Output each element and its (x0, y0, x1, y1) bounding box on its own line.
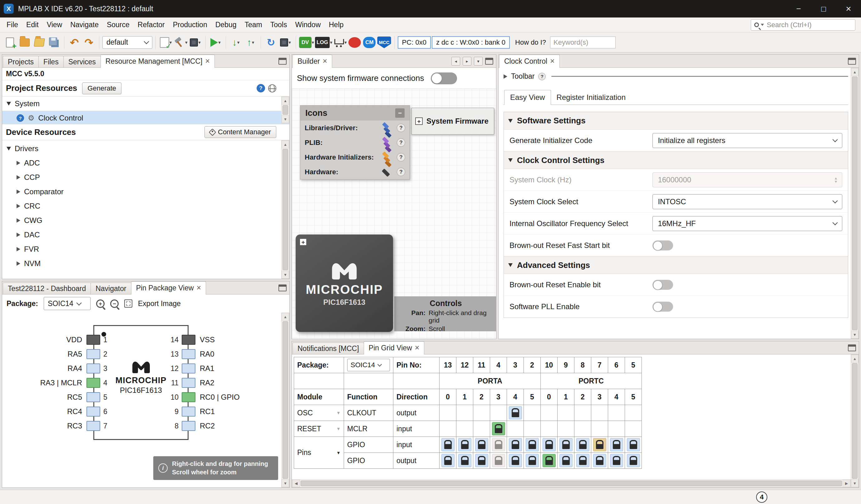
scroll-thumb[interactable] (301, 480, 842, 486)
content-manager-toolbar-button[interactable]: CM (363, 36, 376, 49)
lock-blue-icon[interactable] (543, 438, 556, 451)
lock-blue-icon[interactable] (526, 454, 539, 467)
export-image-button[interactable]: Export Image (138, 299, 181, 308)
lock-blue-icon[interactable] (475, 454, 488, 467)
chevron-down-icon[interactable] (336, 451, 341, 455)
maximize-window-icon[interactable] (485, 58, 493, 65)
package-pin-1[interactable] (86, 335, 100, 345)
pin-allocation-cell[interactable] (524, 437, 541, 453)
help-icon[interactable] (257, 84, 265, 93)
lock-tan-icon[interactable] (593, 438, 606, 451)
lock-blue-icon[interactable] (526, 438, 539, 451)
menu-refactor[interactable]: Refactor (134, 19, 169, 31)
tab-notifications[interactable]: Notifications [MCC] (292, 343, 364, 354)
lock-blue-icon[interactable] (627, 454, 640, 467)
pin-grid-vscrollbar[interactable] (851, 354, 859, 488)
float-window-icon[interactable] (278, 58, 287, 65)
lock-blue-icon[interactable] (441, 454, 454, 467)
tab-pin-package-view[interactable]: Pin Package View (131, 281, 206, 295)
software-pll-toggle[interactable] (653, 302, 673, 312)
tab-register-initialization[interactable]: Register Initialization (551, 90, 631, 105)
package-pin-12[interactable] (182, 364, 195, 373)
pin-allocation-cell[interactable] (456, 437, 473, 453)
package-pin-13[interactable] (182, 349, 195, 359)
lock-blue-icon[interactable] (576, 454, 589, 467)
scroll-up-icon[interactable] (282, 97, 289, 105)
pin-allocation-cell[interactable] (541, 453, 558, 469)
save-all-button[interactable] (47, 36, 61, 49)
pin-allocation-cell[interactable] (574, 437, 591, 453)
tab-services[interactable]: Services (63, 56, 101, 67)
lock-blue-icon[interactable] (610, 454, 623, 467)
keyword-input[interactable] (550, 37, 616, 49)
scroll-up-icon[interactable] (851, 355, 859, 363)
open-project-button[interactable] (32, 36, 46, 49)
tab-resource-management[interactable]: Resource Management [MCC] (100, 55, 215, 68)
maximize-button[interactable] (811, 0, 836, 17)
pin-allocation-cell[interactable] (507, 437, 524, 453)
lock-blue-icon[interactable] (610, 438, 623, 451)
chevron-down-icon[interactable] (336, 426, 341, 431)
content-manager-button[interactable]: Content Manager (204, 126, 276, 138)
menu-file[interactable]: File (2, 19, 22, 31)
close-button[interactable] (836, 0, 861, 17)
builder-canvas[interactable]: Show system firmware connections Icons L… (292, 68, 496, 339)
close-tab-icon[interactable] (205, 57, 210, 66)
pin-allocation-cell[interactable] (439, 437, 456, 453)
pin-allocation-cell[interactable] (625, 453, 642, 469)
new-file-button[interactable] (3, 36, 17, 49)
package-pin-4[interactable] (86, 378, 100, 388)
lock-blue-icon[interactable] (576, 438, 589, 451)
module-cell-osc[interactable]: OSC (294, 405, 344, 421)
close-tab-icon[interactable] (323, 57, 327, 66)
expand-node-icon[interactable] (415, 118, 423, 125)
brown-out-fast-start-toggle[interactable] (653, 241, 673, 250)
tree-node-drivers[interactable]: Drivers (2, 141, 289, 156)
pin-allocation-cell[interactable] (591, 437, 608, 453)
build-project-button[interactable] (159, 36, 173, 49)
scroll-down-icon[interactable] (282, 115, 289, 123)
refresh-debug-tool-button[interactable] (264, 36, 278, 49)
scroll-tabs-left-button[interactable] (451, 57, 460, 66)
close-tab-icon[interactable] (415, 344, 420, 352)
pin-allocation-cell[interactable] (473, 437, 490, 453)
tab-pin-grid-view[interactable]: Pin Grid View (364, 341, 425, 354)
menu-help[interactable]: Help (325, 19, 347, 31)
tab-clock-control[interactable]: Clock Control (499, 55, 560, 68)
pin-allocation-cell[interactable] (558, 453, 574, 469)
project-resources-scrollbar[interactable] (281, 96, 289, 123)
mplab-store-button[interactable] (333, 36, 347, 49)
module-cell-pins[interactable]: Pins (294, 437, 344, 469)
run-project-button[interactable] (209, 36, 222, 49)
device-chip-node[interactable]: MICROCHIP PIC16F1613 (296, 234, 393, 332)
package-pin-11[interactable] (182, 378, 195, 388)
minimize-legend-icon[interactable] (395, 108, 405, 118)
menu-debug[interactable]: Debug (211, 19, 241, 31)
tree-node-clock-control[interactable]: Clock Control (2, 111, 289, 124)
scroll-thumb[interactable] (283, 321, 288, 479)
tree-node-cwg[interactable]: CWG (2, 213, 289, 228)
tree-node-system[interactable]: System (2, 96, 289, 111)
menu-source[interactable]: Source (103, 19, 134, 31)
scroll-tabs-right-button[interactable] (463, 57, 472, 66)
scroll-down-icon[interactable] (282, 271, 289, 278)
lock-blue-icon[interactable] (458, 454, 472, 467)
package-pin-14[interactable] (182, 335, 195, 345)
tree-node-comparator[interactable]: Comparator (2, 185, 289, 199)
lock-blue-icon[interactable] (509, 454, 522, 467)
brown-out-enable-toggle[interactable] (653, 280, 673, 290)
package-pin-3[interactable] (86, 364, 100, 373)
lock-blue-icon[interactable] (509, 406, 522, 419)
scroll-down-icon[interactable] (851, 331, 859, 339)
lock-blue-icon[interactable] (559, 438, 573, 451)
help-icon[interactable] (397, 168, 405, 176)
pin-allocation-cell[interactable] (541, 437, 558, 453)
tree-node-crc[interactable]: CRC (2, 199, 289, 213)
notifications-badge[interactable]: 4 (756, 491, 767, 503)
redo-button[interactable] (82, 36, 96, 49)
pin-allocation-cell[interactable] (490, 421, 507, 437)
internal-oscillator-select[interactable]: 16MHz_HF (653, 216, 842, 231)
globe-icon[interactable] (268, 84, 276, 93)
scroll-up-icon[interactable] (851, 68, 859, 76)
pin-allocation-cell[interactable] (524, 453, 541, 469)
